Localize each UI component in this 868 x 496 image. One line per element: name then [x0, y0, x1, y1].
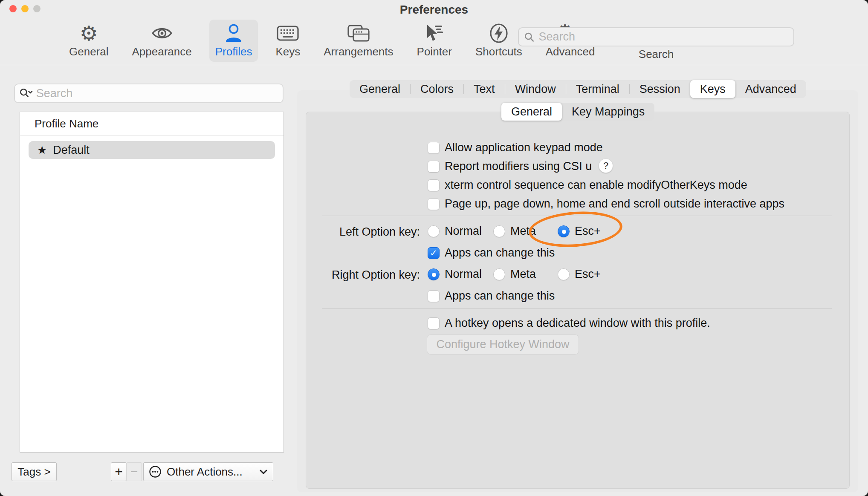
subtab-general[interactable]: General [501, 103, 562, 121]
chevron-down-icon [259, 469, 268, 475]
toolbar-item-general[interactable]: ⚙ General [63, 20, 115, 62]
windows-icon [347, 22, 370, 44]
label-scroll-outside: Page up, page down, home and end scroll … [445, 197, 784, 211]
search-icon [524, 32, 535, 43]
radio-right-esc[interactable] [558, 268, 570, 280]
add-profile-button[interactable]: + [111, 462, 127, 481]
toolbar-search-input[interactable] [539, 30, 788, 43]
checkbox-modify-other-keys[interactable]: ✓ [428, 179, 440, 191]
profile-row-default[interactable]: ★ Default [29, 141, 275, 159]
ellipsis-circle-icon [149, 465, 162, 478]
tab-terminal[interactable]: Terminal [566, 80, 629, 98]
subtab-key-mappings[interactable]: Key Mappings [562, 103, 654, 121]
profile-search-input[interactable] [36, 87, 278, 100]
label-right-esc: Esc+ [575, 268, 601, 281]
toolbar-item-appearance[interactable]: Appearance [126, 20, 198, 62]
tags-button[interactable]: Tags > [12, 462, 57, 481]
tab-keys[interactable]: Keys [690, 80, 735, 98]
keyboard-icon [277, 22, 299, 44]
eye-icon [151, 22, 173, 44]
other-actions-label: Other Actions... [167, 465, 255, 479]
checkbox-keypad-mode[interactable]: ✓ [428, 142, 440, 154]
preferences-window: Preferences ⚙ General Appearance Profile… [0, 0, 868, 496]
label-left-apps-change: Apps can change this [445, 246, 555, 260]
configure-hotkey-window-button[interactable]: Configure Hotkey Window [427, 335, 579, 355]
tab-session[interactable]: Session [630, 80, 690, 98]
label-left-normal: Normal [445, 225, 482, 238]
tab-window[interactable]: Window [505, 80, 566, 98]
remove-profile-button[interactable]: − [126, 462, 142, 481]
right-option-caption: Right Option key: [314, 268, 420, 282]
checkbox-right-apps-change[interactable]: ✓ [428, 290, 440, 302]
profile-section-tabs: GeneralColorsTextWindowTerminalSessionKe… [350, 80, 806, 98]
label-csi-u: Report modifiers using CSI u [445, 160, 592, 173]
other-actions-dropdown[interactable]: Other Actions... [143, 462, 273, 481]
checkbox-hotkey-window[interactable]: ✓ [428, 317, 440, 329]
label-right-apps-change: Apps can change this [445, 289, 555, 303]
cursor-icon [424, 22, 445, 44]
toolbar-search-label: Search [518, 48, 794, 61]
radio-right-meta[interactable] [493, 268, 505, 280]
profile-list-header: Profile Name [20, 112, 284, 136]
checkbox-csi-u[interactable]: ✓ [428, 161, 440, 173]
radio-left-meta[interactable] [493, 225, 505, 237]
divider [322, 308, 832, 309]
label-keypad-mode: Allow application keypad mode [445, 141, 603, 154]
search-menu-icon [19, 87, 33, 99]
tab-text[interactable]: Text [464, 80, 505, 98]
toolbar-item-pointer[interactable]: Pointer [411, 20, 458, 62]
profile-search [14, 84, 284, 103]
label-hotkey-window: A hotkey opens a dedicated window with t… [445, 317, 710, 330]
checkbox-left-apps-change[interactable]: ✓ [428, 247, 440, 259]
toolbar-item-profiles[interactable]: Profiles [209, 20, 258, 62]
toolbar-item-keys[interactable]: Keys [269, 20, 306, 62]
profile-list: Profile Name ★ Default [20, 112, 284, 453]
star-icon: ★ [37, 144, 47, 156]
toolbar-item-arrangements[interactable]: Arrangements [318, 20, 399, 62]
label-right-normal: Normal [445, 268, 482, 281]
toolbar-divider [0, 65, 868, 65]
tab-general[interactable]: General [350, 80, 410, 98]
gear-icon: ⚙ [80, 22, 98, 44]
bolt-icon [489, 22, 509, 44]
profile-name: Default [53, 144, 90, 157]
window-title: Preferences [0, 3, 868, 17]
help-button[interactable]: ? [599, 159, 613, 173]
tab-advanced[interactable]: Advanced [735, 80, 806, 98]
person-icon [224, 22, 243, 44]
keys-subtabs: GeneralKey Mappings [501, 103, 654, 121]
checkbox-scroll-outside[interactable]: ✓ [428, 198, 440, 210]
label-modify-other-keys: xterm control sequence can enable modify… [445, 179, 747, 192]
toolbar-search [518, 27, 794, 46]
left-option-caption: Left Option key: [314, 225, 420, 239]
tab-colors[interactable]: Colors [411, 80, 463, 98]
radio-left-normal[interactable] [428, 225, 440, 237]
label-right-meta: Meta [510, 268, 536, 281]
radio-right-normal[interactable] [428, 268, 440, 280]
